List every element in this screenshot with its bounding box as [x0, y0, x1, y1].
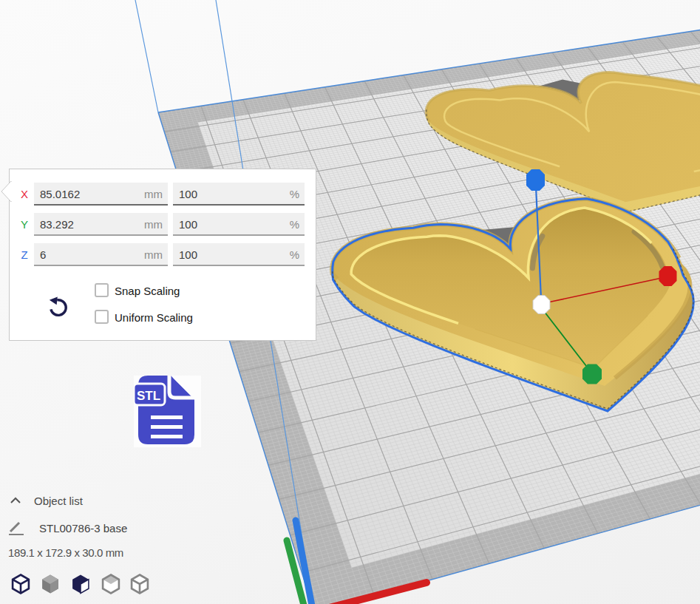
svg-text:STL: STL	[137, 389, 160, 403]
